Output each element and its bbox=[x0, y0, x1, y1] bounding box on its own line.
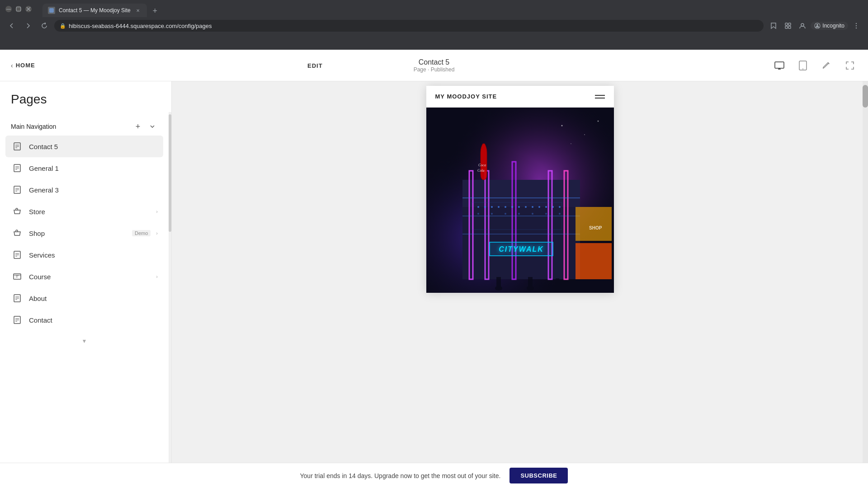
trial-bar: Your trial ends in 14 days. Upgrade now … bbox=[0, 463, 868, 488]
svg-rect-7 bbox=[788, 23, 791, 25]
reload-button[interactable] bbox=[38, 19, 51, 32]
section-header: Main Navigation + bbox=[0, 116, 169, 136]
page-item-services[interactable]: Services bbox=[5, 244, 163, 266]
page-name: Shop bbox=[29, 230, 127, 237]
svg-point-83 bbox=[532, 213, 533, 215]
title-bar: Contact 5 — My Moodjoy Site ✕ + bbox=[0, 0, 868, 18]
svg-point-81 bbox=[505, 213, 506, 215]
document-icon bbox=[11, 162, 24, 174]
svg-rect-97 bbox=[576, 207, 612, 241]
address-bar[interactable]: 🔒 hibiscus-seabass-6444.squarespace.com/… bbox=[54, 20, 764, 32]
add-page-button[interactable]: + bbox=[132, 121, 143, 132]
svg-point-70 bbox=[505, 206, 506, 208]
svg-point-80 bbox=[491, 213, 493, 215]
svg-text:Coca: Coca bbox=[478, 163, 486, 167]
svg-point-66 bbox=[477, 206, 479, 208]
profile-icon[interactable] bbox=[796, 19, 809, 32]
svg-point-85 bbox=[559, 213, 561, 215]
svg-rect-55 bbox=[462, 180, 580, 207]
svg-point-10 bbox=[801, 23, 804, 26]
home-chevron-icon: ‹ bbox=[11, 62, 13, 69]
menu-icon[interactable] bbox=[850, 19, 863, 32]
page-info: Contact 5 Page · Published bbox=[414, 58, 455, 73]
browser-chrome: Contact 5 — My Moodjoy Site ✕ + 🔒 hibisc… bbox=[0, 0, 868, 50]
svg-point-69 bbox=[498, 206, 500, 208]
page-item-about[interactable]: About bbox=[5, 287, 163, 309]
top-bar: ‹ HOME EDIT Contact 5 Page · Published bbox=[0, 50, 868, 81]
page-item-general1[interactable]: General 1 bbox=[5, 157, 163, 179]
sidebar-inner: Main Navigation + bbox=[0, 112, 171, 463]
new-tab-button[interactable]: + bbox=[149, 5, 161, 17]
page-item-store[interactable]: Store › bbox=[5, 201, 163, 222]
svg-point-74 bbox=[532, 206, 533, 208]
page-item-general3[interactable]: General 3 bbox=[5, 179, 163, 201]
tab-favicon bbox=[48, 7, 55, 14]
page-item-contact[interactable]: Contact bbox=[5, 309, 163, 331]
desktop-view-icon[interactable] bbox=[772, 58, 787, 73]
page-item-course[interactable]: Course › bbox=[5, 266, 163, 287]
page-meta: Page · Published bbox=[414, 66, 455, 73]
course-icon bbox=[11, 270, 24, 283]
store-icon bbox=[11, 227, 24, 239]
subscribe-button[interactable]: SUBSCRIBE bbox=[509, 468, 568, 483]
edit-button[interactable]: EDIT bbox=[307, 61, 323, 70]
page-list: Contact 5 General 1 bbox=[0, 136, 169, 331]
svg-rect-93 bbox=[496, 277, 501, 288]
home-button[interactable]: ‹ HOME bbox=[11, 62, 35, 69]
svg-point-13 bbox=[856, 23, 857, 24]
sidebar-title: Pages bbox=[11, 92, 160, 107]
trial-message: Your trial ends in 14 days. Upgrade now … bbox=[300, 472, 501, 479]
maximize-button[interactable] bbox=[15, 6, 22, 12]
svg-point-67 bbox=[484, 206, 486, 208]
hamburger-line bbox=[595, 98, 605, 99]
app: ‹ HOME EDIT Contact 5 Page · Published bbox=[0, 50, 868, 488]
document-icon bbox=[11, 314, 24, 326]
collapse-button[interactable] bbox=[147, 121, 158, 132]
mobile-view-icon[interactable] bbox=[796, 58, 810, 73]
pencil-icon[interactable] bbox=[819, 58, 834, 73]
extensions-icon[interactable] bbox=[782, 19, 794, 32]
chevron-right-icon: › bbox=[156, 230, 158, 236]
hero-svg: CITYWALK Coca Cola bbox=[426, 108, 614, 293]
svg-rect-1 bbox=[17, 7, 21, 11]
close-button[interactable] bbox=[25, 6, 32, 12]
lock-icon: 🔒 bbox=[60, 23, 66, 29]
view-controls bbox=[772, 58, 857, 73]
tab-title: Contact 5 — My Moodjoy Site bbox=[59, 7, 131, 14]
home-label: HOME bbox=[16, 62, 35, 69]
window-controls bbox=[5, 6, 32, 12]
forward-button[interactable] bbox=[22, 19, 34, 32]
back-button[interactable] bbox=[5, 19, 18, 32]
toolbar-icons: Incognito bbox=[767, 19, 863, 32]
document-icon bbox=[11, 292, 24, 305]
tab-close-button[interactable]: ✕ bbox=[134, 7, 142, 14]
incognito-label: Incognito bbox=[822, 23, 844, 29]
sidebar-scroll-thumb bbox=[169, 114, 171, 232]
page-title: Contact 5 bbox=[414, 58, 455, 66]
sidebar-scrollbar[interactable] bbox=[169, 112, 171, 463]
svg-point-73 bbox=[525, 206, 527, 208]
sidebar-header: Pages bbox=[0, 81, 171, 112]
svg-rect-16 bbox=[775, 62, 784, 68]
svg-point-78 bbox=[559, 206, 561, 208]
svg-rect-4 bbox=[49, 8, 54, 13]
minimize-button[interactable] bbox=[5, 6, 12, 12]
fullscreen-icon[interactable] bbox=[843, 58, 857, 73]
svg-rect-6 bbox=[785, 23, 788, 25]
page-item-shop[interactable]: Shop Demo › bbox=[5, 222, 163, 244]
page-name: Store bbox=[29, 208, 151, 216]
svg-rect-96 bbox=[576, 243, 612, 279]
bookmark-icon[interactable] bbox=[767, 19, 780, 32]
hamburger-menu-icon[interactable] bbox=[595, 95, 605, 99]
page-item-contact5[interactable]: Contact 5 bbox=[5, 136, 163, 157]
svg-point-76 bbox=[545, 206, 547, 208]
incognito-badge: Incognito bbox=[811, 22, 848, 30]
active-tab[interactable]: Contact 5 — My Moodjoy Site ✕ bbox=[42, 4, 147, 17]
svg-point-49 bbox=[561, 125, 562, 127]
sidebar-content: Main Navigation + bbox=[0, 112, 169, 463]
preview-scrollbar[interactable] bbox=[863, 81, 868, 463]
document-icon bbox=[11, 183, 24, 196]
svg-point-15 bbox=[856, 28, 857, 28]
svg-point-68 bbox=[491, 206, 493, 208]
svg-rect-95 bbox=[556, 278, 559, 288]
